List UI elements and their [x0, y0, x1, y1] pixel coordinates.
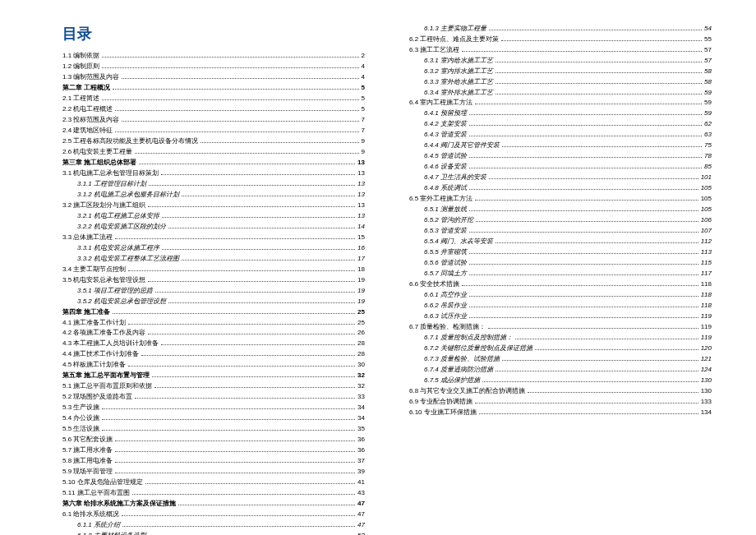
- toc-entry-label: 4.2 各项施工准备工作及内容: [62, 328, 145, 338]
- toc-entry[interactable]: 6.7.4 质量通病防治措施124: [409, 365, 712, 375]
- toc-entry[interactable]: 5.6 其它配套设施36: [62, 435, 365, 445]
- toc-entry[interactable]: 2.1 工程简述5: [62, 94, 365, 104]
- toc-entry[interactable]: 6.1.3 主要实物工程量54: [409, 24, 712, 34]
- toc-entry[interactable]: 1.3 编制范围及内容4: [62, 72, 365, 82]
- toc-entry[interactable]: 6.6.3 试压作业119: [409, 311, 712, 321]
- toc-entry[interactable]: 4.5 样板施工计划准备30: [62, 360, 365, 370]
- toc-entry[interactable]: 6.5.1 测量放线105: [409, 205, 712, 214]
- toc-entry[interactable]: 5.3 生产设施34: [62, 403, 365, 413]
- toc-entry[interactable]: 6.5.2 管沟的开挖106: [409, 215, 712, 225]
- toc-entry[interactable]: 6.2 工程特点、难点及主要对策55: [409, 35, 712, 44]
- toc-entry-label: 6.3.1 室内给水施工工艺: [424, 56, 493, 66]
- toc-entry[interactable]: 6.4.3 管道安装63: [409, 130, 712, 140]
- toc-entry[interactable]: 第三章 施工组织总体部署13: [62, 158, 365, 168]
- toc-leader-dots: [462, 281, 698, 286]
- toc-entry[interactable]: 6.4.7 卫生洁具的安装101: [409, 173, 712, 182]
- toc-leader-dots: [148, 202, 355, 207]
- toc-entry[interactable]: 2.2 机电工程概述5: [62, 104, 365, 114]
- toc-entry[interactable]: 3.5 机电安装总承包管理设想19: [62, 275, 365, 285]
- toc-entry[interactable]: 2.5 工程各标高段功能及主要机电设备分布情况9: [62, 136, 365, 146]
- toc-entry[interactable]: 3.3 总体施工流程15: [62, 233, 365, 242]
- toc-entry[interactable]: 6.3.1 室内给水施工工艺57: [409, 56, 712, 66]
- toc-entry[interactable]: 5.11 施工总平面布置图43: [62, 488, 365, 498]
- toc-entry[interactable]: 5.8 施工用电准备37: [62, 456, 365, 466]
- toc-entry[interactable]: 6.9 专业配合协调措施133: [409, 397, 712, 407]
- toc-page-number: 78: [704, 151, 712, 161]
- toc-entry[interactable]: 6.5.4 阀门、水表等安装112: [409, 237, 712, 247]
- toc-entry[interactable]: 5.4 办公设施34: [62, 413, 365, 423]
- toc-entry[interactable]: 6.4.1 预留预埋59: [409, 108, 712, 118]
- toc-entry[interactable]: 5.2 现场围护及道路布置33: [62, 392, 365, 402]
- toc-entry[interactable]: 6.1.2 主要材料设备选型52: [62, 531, 365, 535]
- toc-page-number: 28: [357, 339, 365, 348]
- toc-entry[interactable]: 1.1 编制依据2: [62, 51, 365, 61]
- toc-entry-label: 6.1.1 系统介绍: [77, 520, 120, 530]
- toc-entry[interactable]: 6.4.2 支架安装62: [409, 119, 712, 129]
- toc-page-number: 13: [357, 211, 365, 221]
- toc-entry[interactable]: 3.5.1 项目工程管理的思路19: [62, 286, 365, 296]
- toc-entry[interactable]: 2.6 机电安装主要工程量9: [62, 147, 365, 157]
- toc-entry[interactable]: 6.4 室内工程施工方法59: [409, 98, 712, 108]
- toc-entry[interactable]: 6.7.3 质量检验、试验措施121: [409, 354, 712, 364]
- toc-entry[interactable]: 6.4.4 阀门及其它管件安装75: [409, 141, 712, 150]
- toc-entry[interactable]: 第二章 工程概况5: [62, 83, 365, 93]
- toc-entry[interactable]: 6.3.2 室内排水施工工艺58: [409, 67, 712, 76]
- toc-entry[interactable]: 6.5.6 管道试验115: [409, 258, 712, 268]
- toc-entry[interactable]: 6.5.5 井室砌筑113: [409, 247, 712, 257]
- toc-entry[interactable]: 4.2 各项施工准备工作及内容26: [62, 328, 365, 338]
- toc-leader-dots: [113, 309, 355, 314]
- toc-entry[interactable]: 3.3.2 机电安装工程整体工艺流程图17: [62, 254, 365, 264]
- toc-entry-label: 6.1.3 主要实物工程量: [424, 24, 486, 34]
- toc-entry[interactable]: 6.6 安全技术措施118: [409, 279, 712, 289]
- toc-entry[interactable]: 3.2 施工区段划分与施工组织13: [62, 201, 365, 210]
- toc-leader-dots: [496, 79, 702, 84]
- toc-entry[interactable]: 3.2.2 机电安装施工区段的划分14: [62, 222, 365, 232]
- toc-entry[interactable]: 4.3 本工程施工人员培训计划准备28: [62, 339, 365, 348]
- toc-entry[interactable]: 6.4.6 设备安装85: [409, 162, 712, 172]
- toc-entry[interactable]: 6.1 给排水系统概况47: [62, 510, 365, 519]
- toc-entry[interactable]: 6.3 施工工艺流程57: [409, 45, 712, 55]
- toc-entry[interactable]: 1.2 编制原则4: [62, 62, 365, 71]
- toc-entry[interactable]: 3.5.2 机电安装总承包管理设想19: [62, 297, 365, 307]
- toc-leader-dots: [122, 511, 355, 516]
- toc-entry[interactable]: 第四章 施工准备25: [62, 307, 365, 317]
- toc-entry[interactable]: 3.2.1 机电工程施工总体安排13: [62, 211, 365, 221]
- toc-entry[interactable]: 4.1 施工准备工作计划25: [62, 318, 365, 328]
- toc-entry[interactable]: 6.8 与其它专业交叉施工的配合协调措施130: [409, 386, 712, 396]
- toc-entry[interactable]: 6.3.3 室外给水施工工艺58: [409, 77, 712, 87]
- toc-entry[interactable]: 2.4 建筑地区特征7: [62, 126, 365, 136]
- toc-entry[interactable]: 第五章 施工总平面布置与管理32: [62, 371, 365, 380]
- toc-entry[interactable]: 5.1 施工总平面布置原则和依据32: [62, 381, 365, 391]
- toc-entry[interactable]: 6.6.1 高空作业118: [409, 290, 712, 300]
- toc-entry[interactable]: 5.5 生活设施35: [62, 424, 365, 434]
- toc-entry[interactable]: 6.7.2 关键部位质量控制点及保证措施120: [409, 344, 712, 353]
- toc-entry[interactable]: 6.4.8 系统调试105: [409, 183, 712, 193]
- toc-entry[interactable]: 6.1.1 系统介绍47: [62, 520, 365, 530]
- toc-entry[interactable]: 4.4 施工技术工作计划准备28: [62, 349, 365, 359]
- toc-entry[interactable]: 6.5 室外工程施工方法105: [409, 194, 712, 204]
- toc-entry[interactable]: 6.5.7 回填土方117: [409, 269, 712, 279]
- toc-entry[interactable]: 3.1.2 机电施工总承包服务目标计划13: [62, 190, 365, 200]
- toc-entry[interactable]: 6.7 质量检验、检测措施：119: [409, 322, 712, 332]
- toc-entry[interactable]: 6.10 专业施工环保措施134: [409, 408, 712, 417]
- toc-page-number: 119: [701, 333, 712, 343]
- toc-page-number: 52: [357, 531, 365, 535]
- toc-entry[interactable]: 3.1.1 工程管理目标计划13: [62, 179, 365, 189]
- toc-entry[interactable]: 2.3 投标范围及内容7: [62, 115, 365, 125]
- toc-entry[interactable]: 6.3.4 室外排水施工工艺59: [409, 88, 712, 98]
- toc-entry-label: 6.7.1 质量控制点及控制措施：: [424, 333, 513, 343]
- toc-entry[interactable]: 6.7.1 质量控制点及控制措施：119: [409, 333, 712, 343]
- toc-entry[interactable]: 3.1 机电施工总承包管理目标策划13: [62, 168, 365, 178]
- toc-entry[interactable]: 6.4.5 管道试验78: [409, 151, 712, 161]
- toc-entry[interactable]: 6.7.5 成品保护措施130: [409, 376, 712, 385]
- toc-entry[interactable]: 3.4 主要工期节点控制18: [62, 265, 365, 274]
- toc-entry[interactable]: 6.5.3 管道安装107: [409, 226, 712, 236]
- toc-entry[interactable]: 5.10 仓库及危险品管理规定41: [62, 477, 365, 487]
- toc-entry[interactable]: 第六章 给排水系统施工方案及保证措施47: [62, 499, 365, 509]
- toc-entry[interactable]: 6.6.2 吊装作业118: [409, 301, 712, 311]
- toc-entry[interactable]: 5.7 施工用水准备36: [62, 445, 365, 455]
- toc-leader-dots: [161, 340, 355, 345]
- toc-entry[interactable]: 3.3.1 机电安装总体施工程序16: [62, 243, 365, 253]
- toc-entry[interactable]: 5.9 现场平面管理39: [62, 467, 365, 477]
- toc-leader-dots: [469, 185, 698, 190]
